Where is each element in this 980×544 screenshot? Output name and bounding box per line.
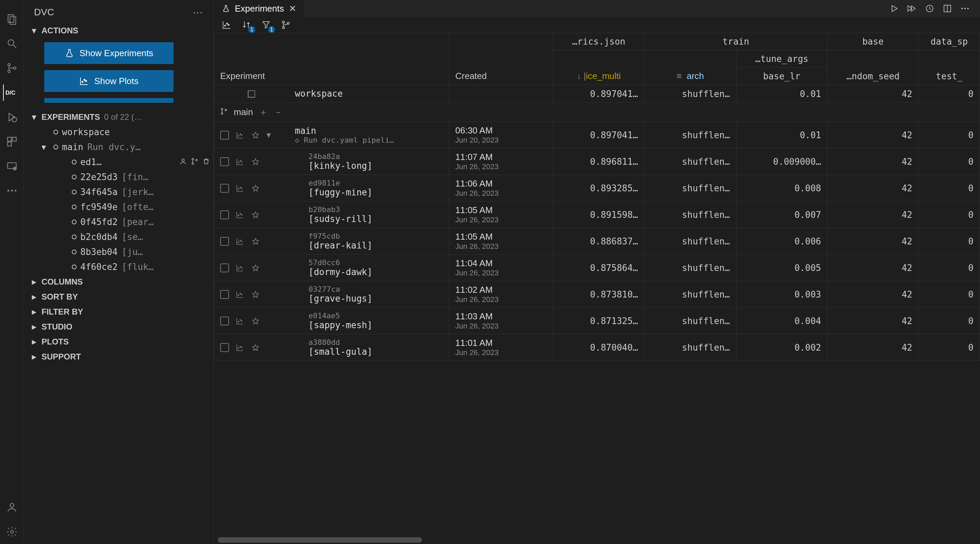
checkbox[interactable] bbox=[220, 317, 229, 325]
group-tune-args[interactable]: …tune_args bbox=[737, 50, 827, 68]
third-button[interactable] bbox=[44, 98, 173, 103]
plot-icon[interactable] bbox=[235, 236, 245, 246]
plus-icon[interactable]: ＋ bbox=[259, 106, 268, 118]
run-icon[interactable] bbox=[889, 4, 899, 13]
section-plots[interactable]: ▸ PLOTS bbox=[24, 334, 213, 349]
col-created[interactable]: Created bbox=[449, 33, 553, 85]
plot-icon[interactable] bbox=[235, 263, 245, 273]
accounts-icon[interactable] bbox=[4, 499, 20, 515]
explorer-icon[interactable] bbox=[4, 11, 20, 27]
sort-icon[interactable]: 1 bbox=[240, 18, 253, 32]
tree-item-child[interactable]: b2c0db4[se… bbox=[24, 230, 213, 244]
col-ice-multi[interactable]: ↓ |ice_multi bbox=[553, 50, 644, 85]
col-test[interactable]: test_ bbox=[919, 50, 980, 85]
remote-icon[interactable] bbox=[4, 158, 20, 174]
table-row[interactable]: 24ba82a[kinky-long]11:07 AMJun 26, 20230… bbox=[214, 148, 980, 175]
table-row-main[interactable]: ▾main◇ Run dvc.yaml pipeli…06:30 AMJun 2… bbox=[214, 122, 980, 148]
minus-icon[interactable]: － bbox=[274, 106, 283, 118]
tree-item-child[interactable]: fc9549e[ofte… bbox=[24, 199, 213, 214]
show-plots-button[interactable]: Show Plots bbox=[44, 70, 173, 92]
checkbox[interactable] bbox=[220, 157, 229, 166]
group-metrics[interactable]: …rics.json bbox=[553, 33, 644, 50]
tree-item-child[interactable]: ed1… bbox=[24, 155, 213, 169]
tree-item-child[interactable]: 34f645a[jerk… bbox=[24, 185, 213, 199]
person-icon[interactable] bbox=[179, 157, 187, 168]
plot-icon[interactable] bbox=[235, 183, 245, 193]
run-all-icon[interactable] bbox=[907, 4, 917, 13]
checkbox[interactable] bbox=[220, 237, 229, 246]
more-icon[interactable] bbox=[960, 4, 970, 13]
tab-experiments[interactable]: Experiments ✕ bbox=[214, 0, 305, 17]
settings-icon[interactable] bbox=[4, 523, 20, 540]
tree-item-main[interactable]: ▾ main Run dvc.y… bbox=[24, 140, 213, 155]
branch-icon[interactable] bbox=[191, 157, 198, 168]
split-icon[interactable] bbox=[943, 4, 952, 13]
group-train[interactable]: train bbox=[644, 33, 827, 50]
chevron-down-icon[interactable]: ▾ bbox=[266, 130, 271, 140]
trash-icon[interactable] bbox=[202, 157, 210, 168]
sidebar-more[interactable]: ··· bbox=[193, 7, 203, 18]
section-columns[interactable]: ▸ COLUMNS bbox=[24, 274, 213, 289]
checkbox[interactable] bbox=[220, 131, 229, 140]
branch-icon[interactable] bbox=[279, 18, 293, 32]
checkbox[interactable] bbox=[220, 211, 229, 219]
section-studio[interactable]: ▸ STUDIO bbox=[24, 319, 213, 334]
tree-item-workspace[interactable]: workspace bbox=[24, 124, 213, 140]
source-control-icon[interactable] bbox=[4, 60, 20, 76]
table-row[interactable]: f975cdb[drear-kail]11:05 AMJun 26, 20230… bbox=[214, 228, 980, 255]
table-row[interactable]: 03277ca[grave-hugs]11:02 AMJun 26, 20230… bbox=[214, 281, 980, 308]
more-icon[interactable] bbox=[4, 182, 20, 199]
tree-item-child[interactable]: 22e25d3[fin… bbox=[24, 169, 213, 185]
col-experiment[interactable]: Experiment bbox=[214, 33, 449, 85]
plot-icon[interactable] bbox=[235, 130, 245, 140]
col-arch[interactable]: ≡ arch bbox=[644, 50, 737, 85]
group-base[interactable]: base bbox=[827, 33, 919, 50]
star-icon[interactable] bbox=[251, 290, 260, 299]
section-experiments[interactable]: ▾ EXPERIMENTS 0 of 22 (… bbox=[24, 110, 213, 124]
table-row[interactable]: e014ae5[sappy-mesh]11:03 AMJun 26, 20230… bbox=[214, 308, 980, 334]
section-support[interactable]: ▸ SUPPORT bbox=[24, 349, 213, 364]
plot-icon[interactable] bbox=[235, 343, 245, 353]
star-icon[interactable] bbox=[251, 263, 260, 273]
col-random-seed[interactable]: …ndom_seed bbox=[827, 50, 919, 85]
star-icon[interactable] bbox=[251, 343, 260, 353]
filter-icon[interactable]: 1 bbox=[259, 18, 273, 32]
table-row[interactable]: ed9811e[fuggy-mine]11:06 AMJun 26, 20230… bbox=[214, 175, 980, 201]
section-sort-by[interactable]: ▸ SORT BY bbox=[24, 289, 213, 304]
checkbox[interactable] bbox=[220, 343, 229, 352]
checkbox[interactable] bbox=[220, 290, 229, 299]
col-base-lr[interactable]: base_lr bbox=[737, 68, 827, 85]
tree-item-child[interactable]: 0f45fd2[pear… bbox=[24, 214, 213, 230]
star-icon[interactable] bbox=[251, 157, 260, 166]
table-row-workspace[interactable]: workspace0.897041…shufflen…0.01420 bbox=[214, 85, 980, 103]
run-debug-icon[interactable] bbox=[4, 109, 20, 125]
horizontal-scrollbar[interactable] bbox=[218, 537, 422, 542]
table-branch-row[interactable]: main＋－ bbox=[214, 103, 980, 122]
search-icon[interactable] bbox=[4, 35, 20, 52]
tree-item-child[interactable]: 8b3eb04[ju… bbox=[24, 244, 213, 259]
plot-icon[interactable] bbox=[235, 290, 245, 299]
star-icon[interactable] bbox=[251, 316, 260, 326]
dvc-icon[interactable]: D/C bbox=[3, 85, 20, 101]
star-icon[interactable] bbox=[251, 236, 260, 246]
show-experiments-button[interactable]: Show Experiments bbox=[44, 42, 173, 64]
star-icon[interactable] bbox=[251, 210, 260, 220]
plot-icon[interactable] bbox=[235, 210, 245, 220]
group-data-sp[interactable]: data_sp bbox=[919, 33, 980, 50]
checkbox[interactable] bbox=[220, 263, 229, 272]
section-filter-by[interactable]: ▸ FILTER BY bbox=[24, 304, 213, 319]
close-icon[interactable]: ✕ bbox=[289, 3, 296, 14]
plot-icon[interactable] bbox=[247, 89, 256, 99]
extensions-icon[interactable] bbox=[4, 134, 20, 150]
plot-icon[interactable] bbox=[220, 18, 234, 32]
tree-item-child[interactable]: 4f60ce2[fluk… bbox=[24, 259, 213, 274]
plot-icon[interactable] bbox=[235, 316, 245, 326]
star-icon[interactable] bbox=[251, 183, 260, 193]
star-icon[interactable] bbox=[251, 130, 260, 140]
clock-icon[interactable] bbox=[925, 4, 934, 13]
table-row[interactable]: a3880dd[small-gula]11:01 AMJun 26, 20230… bbox=[214, 334, 980, 361]
section-actions[interactable]: ▾ ACTIONS bbox=[24, 23, 213, 38]
table-row[interactable]: 57d0cc6[dormy-dawk]11:04 AMJun 26, 20230… bbox=[214, 255, 980, 281]
checkbox[interactable] bbox=[220, 184, 229, 193]
table-row[interactable]: b20bab3[sudsy-rill]11:05 AMJun 26, 20230… bbox=[214, 201, 980, 228]
